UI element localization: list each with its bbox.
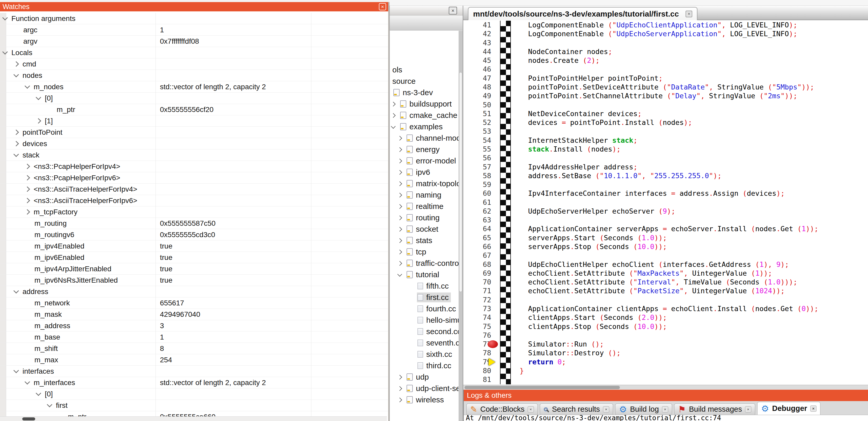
watch-row[interactable]: Function arguments xyxy=(0,13,388,24)
code-line[interactable]: 58 address.SetBase ("10.1.1.0", "255.255… xyxy=(463,171,868,180)
watch-row[interactable]: m_mask4294967040 xyxy=(0,309,388,320)
watch-row[interactable]: m_address3 xyxy=(0,320,388,331)
code-line[interactable]: 63 xyxy=(463,216,868,224)
watch-row[interactable]: m_ipv6NsRsJitterEnabledtrue xyxy=(0,274,388,286)
line-number[interactable]: 76 xyxy=(463,331,491,340)
chevron-right-icon[interactable] xyxy=(397,261,402,266)
tree-item-sixth-cc[interactable]: sixth.cc xyxy=(390,349,459,360)
tree-item-buildsupport[interactable]: buildsupport xyxy=(390,98,459,110)
code-line[interactable]: 56 xyxy=(463,154,868,162)
chevron-down-icon[interactable] xyxy=(25,83,30,89)
line-number[interactable]: 49 xyxy=(463,92,491,100)
code-line[interactable]: 69 echoClient.SetAttribute ("MaxPackets"… xyxy=(463,269,868,278)
chevron-right-icon[interactable] xyxy=(25,198,30,203)
line-number[interactable]: 79 xyxy=(463,358,491,366)
code-line[interactable]: 43 xyxy=(463,38,868,47)
code-line[interactable]: 66 serverApps.Stop (Seconds (10.0)); xyxy=(463,242,868,251)
line-number[interactable]: 57 xyxy=(463,163,491,171)
close-icon[interactable]: × xyxy=(528,406,534,413)
tree-vertical-scrollbar[interactable] xyxy=(459,31,463,421)
line-number[interactable]: 74 xyxy=(463,313,491,322)
code-line[interactable]: 68 UdpEchoClientHelper echoClient (inter… xyxy=(463,260,868,269)
close-icon[interactable]: × xyxy=(379,3,386,10)
watch-row[interactable]: <ns3::AsciiTraceHelperForIpv4> xyxy=(0,184,388,195)
chevron-right-icon[interactable] xyxy=(397,386,402,391)
line-number[interactable]: 51 xyxy=(463,109,491,118)
close-icon[interactable]: × xyxy=(603,406,609,413)
line-number[interactable]: 58 xyxy=(463,171,491,180)
log-tab-build-log[interactable]: ⚙Build log× xyxy=(615,403,672,415)
code-line[interactable]: 76 xyxy=(463,331,868,340)
close-icon[interactable]: × xyxy=(686,10,692,17)
watch-row[interactable]: m_interfacesstd::vector of length 2, cap… xyxy=(0,377,388,388)
tree-item-udp[interactable]: udp xyxy=(390,371,459,383)
line-number[interactable]: 60 xyxy=(463,189,491,198)
line-number[interactable]: 80 xyxy=(463,366,491,375)
code-line[interactable]: 64 ApplicationContainer serverApps = ech… xyxy=(463,224,868,233)
chevron-down-icon[interactable] xyxy=(47,402,52,407)
chevron-right-icon[interactable] xyxy=(13,130,19,135)
chevron-down-icon[interactable] xyxy=(397,272,402,277)
line-number[interactable]: 81 xyxy=(463,375,491,384)
line-number[interactable]: 43 xyxy=(463,38,491,47)
line-number[interactable]: 68 xyxy=(463,260,491,269)
tree-item-socket[interactable]: socket xyxy=(390,223,459,235)
code-line[interactable]: 46 xyxy=(463,65,868,74)
watch-row[interactable]: <ns3::PcapHelperForIpv6> xyxy=(0,172,388,184)
watch-row[interactable]: m_shift8 xyxy=(0,343,388,354)
close-icon[interactable]: × xyxy=(810,406,816,412)
line-number[interactable]: 75 xyxy=(463,322,491,331)
tree-item-seventh-cc[interactable]: seventh.cc xyxy=(390,337,459,349)
tree-item-matrix-topolo[interactable]: matrix-topolo xyxy=(390,178,459,189)
chevron-right-icon[interactable] xyxy=(397,147,402,152)
tree-item-hello-simul[interactable]: hello-simul xyxy=(390,315,459,326)
code-line[interactable]: 75 clientApps.Stop (Seconds (10.0)); xyxy=(463,322,868,331)
code-line[interactable]: 59 xyxy=(463,180,868,189)
chevron-down-icon[interactable] xyxy=(2,49,8,55)
tree-item-tutorial[interactable]: tutorial xyxy=(390,269,459,280)
code-line[interactable]: 50 xyxy=(463,101,868,109)
line-number[interactable]: 61 xyxy=(463,198,491,207)
close-icon[interactable]: × xyxy=(449,7,457,14)
chevron-right-icon[interactable] xyxy=(397,159,402,163)
code-line[interactable]: 65 serverApps.Start (Seconds (1.0)); xyxy=(463,233,868,242)
chevron-down-icon[interactable] xyxy=(13,288,19,293)
line-number[interactable]: 66 xyxy=(463,242,491,251)
chevron-right-icon[interactable] xyxy=(25,209,30,215)
chevron-right-icon[interactable] xyxy=(397,397,402,402)
line-number[interactable]: 52 xyxy=(463,118,491,127)
line-number[interactable]: 67 xyxy=(463,251,491,260)
code-line[interactable]: 81 xyxy=(463,375,868,384)
watch-row[interactable]: argv0x7fffffffdf08 xyxy=(0,36,388,47)
tree-item-stats[interactable]: stats xyxy=(390,235,459,246)
code-line[interactable]: 47 PointToPointHelper pointToPoint; xyxy=(463,74,868,83)
code-line[interactable]: 70 echoClient.SetAttribute ("Interval", … xyxy=(463,278,868,287)
tree-item-tcp[interactable]: tcp xyxy=(390,246,459,258)
line-number[interactable]: 44 xyxy=(463,47,491,56)
chevron-right-icon[interactable] xyxy=(397,238,402,243)
line-number[interactable]: 41 xyxy=(463,21,491,30)
line-number[interactable]: 62 xyxy=(463,207,491,216)
chevron-right-icon[interactable] xyxy=(397,216,402,220)
watch-row[interactable]: m_max254 xyxy=(0,354,388,366)
code-line[interactable]: 51 NetDeviceContainer devices; xyxy=(463,109,868,118)
tree-item-third-cc[interactable]: third.cc xyxy=(390,360,459,371)
watch-row[interactable]: stack xyxy=(0,150,388,161)
chevron-right-icon[interactable] xyxy=(391,113,396,118)
chevron-right-icon[interactable] xyxy=(397,204,402,209)
watch-row[interactable]: m_ipv4ArpJitterEnabledtrue xyxy=(0,263,388,274)
watch-row[interactable]: m_base1 xyxy=(0,331,388,343)
line-number[interactable]: 46 xyxy=(463,65,491,74)
watch-row[interactable]: interfaces xyxy=(0,366,388,377)
line-number[interactable]: 45 xyxy=(463,56,491,65)
watch-row[interactable]: devices xyxy=(0,138,388,150)
watch-row[interactable]: [1] xyxy=(0,115,388,127)
chevron-down-icon[interactable] xyxy=(13,152,19,157)
watch-row[interactable]: m_nodesstd::vector of length 2, capacity… xyxy=(0,81,388,93)
tree-item-second-cc[interactable]: second.cc xyxy=(390,326,459,337)
watches-title-bar[interactable]: Watches × xyxy=(0,2,388,11)
code-line[interactable]: 52 devices = pointToPoint.Install (nodes… xyxy=(463,118,868,127)
tree-item-error-model[interactable]: error-model xyxy=(390,155,459,166)
line-number[interactable]: 53 xyxy=(463,127,491,136)
watch-row[interactable]: argc1 xyxy=(0,24,388,36)
